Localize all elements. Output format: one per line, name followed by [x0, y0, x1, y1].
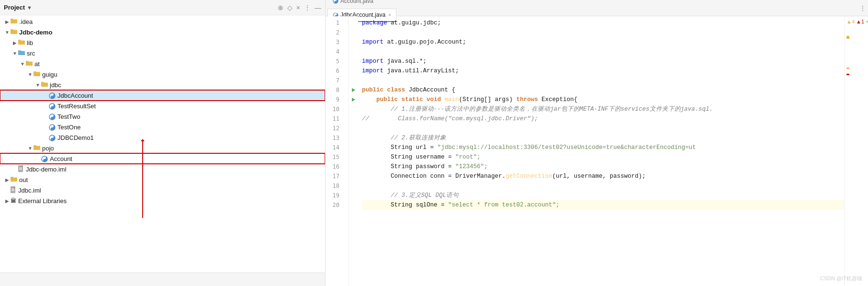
run-gutter-cell [349, 162, 358, 172]
run-gutter-cell [349, 200, 358, 210]
code-line[interactable]: // 3.定义SQL DQL语句 [362, 191, 844, 200]
add-icon[interactable]: ⊕ [278, 4, 283, 11]
code-line[interactable]: public class JdbcAccount { [362, 85, 844, 95]
diamond-icon[interactable]: ◇ [287, 4, 293, 11]
tree-expand-arrow[interactable]: ▶ [4, 198, 11, 204]
tree-row[interactable]: ▶lib [0, 37, 325, 48]
tree-expand-arrow[interactable]: ▶ [11, 40, 18, 46]
code-line[interactable] [362, 124, 844, 133]
svg-point-13 [52, 136, 53, 137]
code-line[interactable]: String sqlOne = "select * from test02.ac… [362, 200, 844, 210]
minimize-icon[interactable]: — [315, 4, 321, 11]
code-line[interactable] [362, 76, 844, 85]
tree-expand-arrow[interactable]: ▶ [4, 177, 11, 183]
tree-item-label: Jdbc.iml [18, 187, 41, 194]
run-gutter-cell[interactable] [349, 85, 358, 95]
editor-tab[interactable]: Account.java [327, 0, 396, 8]
tree-row[interactable]: ▼Jdbc-demo [0, 27, 325, 37]
tree-expand-arrow[interactable]: ▼ [27, 72, 34, 77]
code-segment: Exception{ [541, 96, 577, 103]
run-gutter [349, 16, 358, 286]
run-gutter-cell [349, 28, 358, 37]
code-line[interactable]: Connection conn = DriverManager.getConne… [362, 172, 844, 181]
tree-expand-arrow[interactable]: ▼ [34, 82, 41, 88]
code-segment: // 3.定义SQL DQL语句 [362, 192, 459, 199]
code-editor[interactable]: package at.guigu.jdbc; import at.guigu.p… [358, 16, 844, 286]
line-number: 4 [326, 47, 343, 57]
tree-expand-arrow[interactable]: ▼ [19, 61, 26, 67]
code-line[interactable]: public static void main(String[] args) t… [362, 95, 844, 104]
code-line[interactable]: // 2.获取连接对象 [362, 133, 844, 143]
code-segment: public [362, 87, 387, 93]
tree-row[interactable]: ▼guigu [0, 69, 325, 80]
tree-row[interactable]: JDBCDemo1 [0, 132, 325, 143]
tree-row[interactable]: TestResultSet [0, 101, 325, 111]
line-number: 12 [326, 124, 343, 133]
tab-more-icon[interactable]: ⋮ [859, 4, 866, 12]
editor-body: 1234567891011121314151617181920 package … [326, 16, 868, 286]
line-number: 10 [326, 104, 343, 114]
tree-item-icon [49, 102, 56, 110]
svg-point-11 [52, 128, 53, 129]
tree-row[interactable]: Jdbc-demo.iml [0, 164, 325, 174]
gutter-marker-1 [846, 36, 849, 39]
code-segment: at.guigu.jdbc; [391, 20, 441, 26]
tree-row[interactable]: Jdbc.iml [0, 185, 325, 195]
tree-row[interactable]: Account [0, 153, 325, 164]
tree-row[interactable]: ▼at [0, 58, 325, 69]
tree-expand-arrow[interactable]: ▼ [27, 146, 34, 151]
tree-row[interactable]: TestTwo [0, 111, 325, 122]
code-segment: JdbcAccount [409, 87, 452, 93]
tree-item-icon [26, 60, 33, 67]
warning-count-icon: ▲4 [846, 19, 855, 24]
run-gutter-cell [349, 124, 358, 133]
tree-expand-arrow[interactable]: ▼ [4, 30, 11, 35]
code-line[interactable]: // Class.forName("com.mysql.jdbc.Driver"… [362, 114, 844, 124]
gutter-marker-2 [846, 68, 849, 69]
code-line[interactable]: import java.util.ArrayList; [362, 66, 844, 76]
code-line[interactable]: import at.guigu.pojo.Account; [362, 37, 844, 47]
code-line[interactable]: String username = "root"; [362, 152, 844, 162]
tree-row[interactable]: JdbcAccount [0, 90, 325, 101]
tree-row[interactable]: ▶.idea [0, 16, 325, 27]
tree-item-icon [49, 92, 56, 99]
left-panel: Project ▼ ⊕ ◇ × ⋮ — ▶.idea▼Jdbc-demo▶lib… [0, 0, 326, 286]
tree-row[interactable]: ▼src [0, 48, 325, 58]
tree-row[interactable]: ▼jdbc [0, 80, 325, 90]
code-line[interactable] [362, 28, 844, 37]
tree-item-label: src [27, 50, 35, 57]
tree-item-label: out [19, 176, 28, 183]
error-count-icon: ▲1 [856, 19, 864, 24]
line-number: 13 [326, 133, 343, 143]
code-segment: java.util.ArrayList; [387, 68, 459, 74]
run-gutter-cell [349, 76, 358, 85]
run-gutter-cell [349, 37, 358, 47]
svg-point-2 [52, 97, 53, 98]
line-number: 11 [326, 114, 343, 124]
project-header: Project ▼ ⊕ ◇ × ⋮ — [0, 0, 325, 15]
svg-marker-35 [352, 98, 355, 102]
close-icon[interactable]: × [296, 4, 300, 11]
code-line[interactable]: package at.guigu.jdbc; [362, 18, 844, 28]
tree-row[interactable]: ▶out [0, 174, 325, 185]
editor-tabs: Account.javaJdbcAccount.java× ⋮ [326, 0, 868, 16]
tree-expand-arrow[interactable]: ▶ [4, 19, 11, 24]
tree-expand-arrow[interactable]: ▼ [11, 51, 18, 56]
tree-row[interactable]: ▼pojo [0, 143, 325, 153]
run-gutter-cell[interactable] [349, 95, 358, 104]
code-line[interactable]: import java.sql.*; [362, 57, 844, 66]
code-line[interactable]: String url = "jdbc:mysql://localhost:330… [362, 143, 844, 152]
tree-row[interactable]: ▶🏛External Libraries [0, 195, 325, 206]
code-line[interactable] [362, 47, 844, 57]
code-line[interactable]: // 1.注册驱动---该方法中的参数是驱动全类名，在驱动jar包下的META-… [362, 104, 844, 114]
code-line[interactable] [362, 181, 844, 191]
project-dropdown-icon[interactable]: ▼ [27, 5, 32, 11]
tree-row[interactable]: TestOne [0, 122, 325, 132]
line-number: 2 [326, 28, 343, 37]
line-number: 9 [326, 95, 343, 104]
code-segment: (String[] args) [459, 96, 517, 103]
run-gutter-cell [349, 114, 358, 124]
code-line[interactable]: String password = "123456"; [362, 162, 844, 172]
tree-item-label: JdbcAccount [57, 92, 93, 99]
more-icon[interactable]: ⋮ [304, 4, 311, 11]
